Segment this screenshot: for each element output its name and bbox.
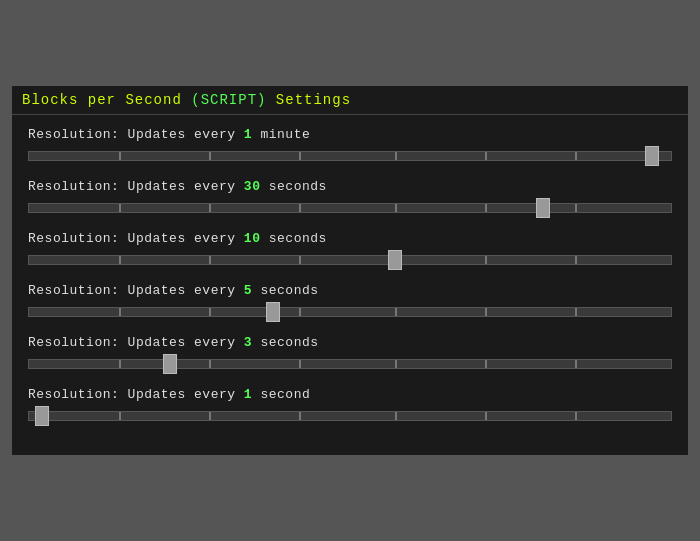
tick-4-5 <box>575 360 577 368</box>
settings-window: Blocks per Second (SCRIPT) Settings Reso… <box>10 84 690 457</box>
tick-2-4 <box>485 256 487 264</box>
slider-track-2[interactable] <box>28 255 672 265</box>
slider-track-3[interactable] <box>28 307 672 317</box>
tick-3-0 <box>119 308 121 316</box>
slider-label-5: Resolution: Updates every 1 second <box>28 387 672 402</box>
slider-thumb-3[interactable] <box>266 302 280 322</box>
tick-3-2 <box>299 308 301 316</box>
slider-track-5[interactable] <box>28 411 672 421</box>
title-script: (SCRIPT) <box>191 92 266 108</box>
tick-0-4 <box>485 152 487 160</box>
window-title: Blocks per Second (SCRIPT) Settings <box>22 92 351 108</box>
tick-1-5 <box>575 204 577 212</box>
tick-4-0 <box>119 360 121 368</box>
tick-1-2 <box>299 204 301 212</box>
slider-track-container-1[interactable] <box>28 199 672 217</box>
slider-row-3: Resolution: Updates every 5 seconds <box>28 283 672 321</box>
slider-label-2: Resolution: Updates every 10 seconds <box>28 231 672 246</box>
tick-4-2 <box>299 360 301 368</box>
tick-0-1 <box>209 152 211 160</box>
tick-0-3 <box>395 152 397 160</box>
tick-5-3 <box>395 412 397 420</box>
tick-3-3 <box>395 308 397 316</box>
tick-2-0 <box>119 256 121 264</box>
title-main: Blocks per Second <box>22 92 191 108</box>
tick-1-4 <box>485 204 487 212</box>
slider-track-container-0[interactable] <box>28 147 672 165</box>
slider-row-4: Resolution: Updates every 3 seconds <box>28 335 672 373</box>
slider-value-1: 30 <box>244 179 261 194</box>
slider-value-4: 3 <box>244 335 252 350</box>
tick-1-3 <box>395 204 397 212</box>
slider-unit-5: second <box>260 387 310 402</box>
tick-5-5 <box>575 412 577 420</box>
slider-row-5: Resolution: Updates every 1 second <box>28 387 672 425</box>
slider-label-0: Resolution: Updates every 1 minute <box>28 127 672 142</box>
slider-unit-1: seconds <box>269 179 327 194</box>
tick-5-2 <box>299 412 301 420</box>
slider-track-container-4[interactable] <box>28 355 672 373</box>
slider-unit-3: seconds <box>260 283 318 298</box>
tick-3-5 <box>575 308 577 316</box>
slider-track-0[interactable] <box>28 151 672 161</box>
slider-thumb-2[interactable] <box>388 250 402 270</box>
slider-label-1: Resolution: Updates every 30 seconds <box>28 179 672 194</box>
tick-4-3 <box>395 360 397 368</box>
tick-2-5 <box>575 256 577 264</box>
slider-value-0: 1 <box>244 127 252 142</box>
tick-2-2 <box>299 256 301 264</box>
slider-value-5: 1 <box>244 387 252 402</box>
tick-1-0 <box>119 204 121 212</box>
slider-label-4: Resolution: Updates every 3 seconds <box>28 335 672 350</box>
slider-label-3: Resolution: Updates every 5 seconds <box>28 283 672 298</box>
tick-4-1 <box>209 360 211 368</box>
title-bar: Blocks per Second (SCRIPT) Settings <box>12 86 688 115</box>
slider-thumb-4[interactable] <box>163 354 177 374</box>
tick-5-4 <box>485 412 487 420</box>
title-settings: Settings <box>266 92 351 108</box>
tick-2-1 <box>209 256 211 264</box>
slider-thumb-5[interactable] <box>35 406 49 426</box>
slider-track-container-3[interactable] <box>28 303 672 321</box>
tick-3-1 <box>209 308 211 316</box>
slider-unit-4: seconds <box>260 335 318 350</box>
slider-unit-2: seconds <box>269 231 327 246</box>
tick-0-5 <box>575 152 577 160</box>
slider-track-4[interactable] <box>28 359 672 369</box>
slider-track-container-2[interactable] <box>28 251 672 269</box>
slider-thumb-0[interactable] <box>645 146 659 166</box>
slider-row-2: Resolution: Updates every 10 seconds <box>28 231 672 269</box>
slider-row-0: Resolution: Updates every 1 minute <box>28 127 672 165</box>
slider-row-1: Resolution: Updates every 30 seconds <box>28 179 672 217</box>
slider-value-3: 5 <box>244 283 252 298</box>
tick-5-0 <box>119 412 121 420</box>
slider-thumb-1[interactable] <box>536 198 550 218</box>
slider-track-1[interactable] <box>28 203 672 213</box>
slider-unit-0: minute <box>260 127 310 142</box>
tick-0-2 <box>299 152 301 160</box>
slider-track-container-5[interactable] <box>28 407 672 425</box>
tick-3-4 <box>485 308 487 316</box>
tick-1-1 <box>209 204 211 212</box>
slider-value-2: 10 <box>244 231 261 246</box>
tick-0-0 <box>119 152 121 160</box>
content-area: Resolution: Updates every 1 minuteResolu… <box>12 115 688 455</box>
tick-4-4 <box>485 360 487 368</box>
tick-5-1 <box>209 412 211 420</box>
